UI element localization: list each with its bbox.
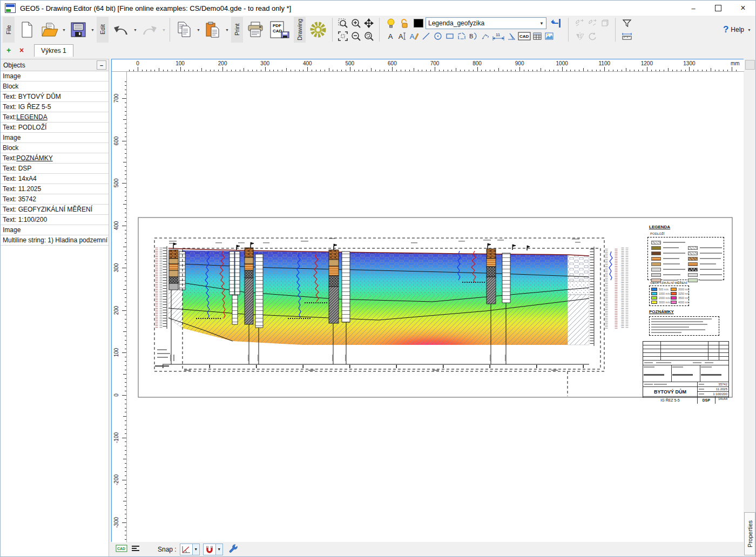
rectangle-tool[interactable]	[444, 31, 456, 42]
snap-object-combo[interactable]: ▼	[203, 544, 223, 555]
zoom-extents-button[interactable]	[336, 30, 349, 43]
unlock-button[interactable]	[397, 17, 410, 30]
polyline-edit-tool[interactable]	[480, 31, 491, 42]
rotate-button[interactable]	[586, 30, 599, 43]
layer-combo-arrow[interactable]: ▼	[539, 21, 546, 26]
objects-list-item[interactable]: Text: IG ŘEZ 5-5	[1, 102, 109, 112]
image-tool[interactable]	[543, 31, 555, 42]
objects-list-item[interactable]: Image	[1, 133, 109, 143]
paste-format-button[interactable]	[586, 17, 599, 30]
paste-button[interactable]	[201, 17, 224, 43]
open-file-button[interactable]	[38, 17, 61, 43]
edit-menu-label[interactable]: Edit	[97, 17, 109, 43]
text-tool[interactable]: A	[384, 31, 396, 42]
text-style-tool[interactable]: A	[408, 31, 420, 42]
redo-button[interactable]	[138, 17, 161, 43]
objects-list-item[interactable]: Text: 35742	[1, 194, 109, 205]
h-ruler-label: 1200	[641, 60, 653, 66]
ruler-corner-button[interactable]	[745, 60, 755, 70]
velocity-swatch	[671, 301, 677, 304]
layer-color-swatch[interactable]	[414, 19, 423, 28]
objects-list-item[interactable]: Image	[1, 71, 109, 81]
redo-dropdown[interactable]: ▼	[161, 18, 167, 42]
open-dropdown[interactable]: ▼	[61, 18, 67, 42]
pan-button[interactable]	[362, 17, 375, 30]
paste-dropdown[interactable]: ▼	[224, 18, 230, 42]
copy-dropdown[interactable]: ▼	[195, 18, 201, 42]
copy-format-icon	[575, 19, 585, 28]
measure-button[interactable]	[620, 30, 633, 43]
export-pdf-cad-button[interactable]: PDF CAD	[267, 17, 293, 43]
print-menu-label[interactable]: Print	[231, 17, 243, 43]
properties-tab[interactable]: Properties	[744, 512, 755, 555]
line-style-button[interactable]	[131, 545, 140, 554]
snap-object-dropdown[interactable]: ▼	[215, 544, 222, 555]
table-tool[interactable]	[531, 31, 543, 42]
objects-panel: Objects – ImageBlockText: BYTOVÝ DŮMText…	[1, 59, 109, 556]
layer-combo[interactable]: Legenda_geofyzika ▼	[426, 17, 546, 29]
objects-list-item[interactable]: Text: LEGENDA	[1, 112, 109, 123]
snap-angle-combo[interactable]: ▼	[180, 544, 200, 555]
objects-list-item[interactable]: Text: 11.2025	[1, 184, 109, 194]
undo-dropdown[interactable]: ▼	[132, 18, 138, 42]
remove-sheet-button[interactable]: ×	[16, 45, 28, 56]
text-edit-label: A	[399, 32, 403, 40]
snap-label: Snap :	[158, 546, 177, 553]
objects-list-item[interactable]: Multiline string: 1) Hladina podzemní	[1, 235, 109, 246]
objects-list-item[interactable]: Text: PODLOŽÍ	[1, 123, 109, 133]
objects-list-item[interactable]: Text: POZNÁMKY	[1, 153, 109, 164]
mirror-button[interactable]	[573, 30, 586, 43]
objects-list-item[interactable]: Text: BYTOVÝ DŮM	[1, 92, 109, 102]
zoom-previous-button[interactable]	[362, 30, 375, 43]
help-dropdown[interactable]: ▼	[746, 24, 752, 35]
circle-icon	[434, 32, 442, 40]
snap-settings-button[interactable]	[228, 544, 238, 555]
minimize-button[interactable]: –	[681, 1, 706, 16]
subsoil-swatch	[688, 257, 698, 261]
filter-button[interactable]	[620, 17, 633, 30]
copy-format-button[interactable]	[573, 17, 586, 30]
new-file-button[interactable]	[16, 17, 38, 43]
zoom-out-button[interactable]	[349, 30, 362, 43]
duplicate-button[interactable]	[599, 17, 612, 30]
zoom-in-button[interactable]	[349, 17, 362, 30]
line-tool[interactable]	[420, 31, 432, 42]
circle-tool[interactable]	[432, 31, 444, 42]
cad-mode-button[interactable]: CAD	[116, 545, 127, 554]
close-button[interactable]: ×	[731, 1, 755, 16]
objects-list-item[interactable]: Text: 14xA4	[1, 174, 109, 184]
h-ruler-label: 300	[260, 60, 269, 66]
drawing-settings-button[interactable]	[307, 17, 329, 43]
objects-panel-minimize-button[interactable]: –	[97, 60, 106, 70]
print-button[interactable]	[244, 17, 267, 43]
tab-vykres-1[interactable]: Výkres 1	[34, 44, 73, 57]
objects-list-item[interactable]: Text: DSP	[1, 164, 109, 174]
objects-list-item[interactable]: Text: 1:100/200	[1, 215, 109, 225]
polygon-tool[interactable]	[456, 31, 468, 42]
line-style-icon	[131, 545, 140, 552]
cad-import-tool[interactable]: CAD	[517, 31, 531, 42]
objects-list-item[interactable]: Block	[1, 143, 109, 153]
spline-tool[interactable]: B	[468, 31, 480, 42]
objects-list-item[interactable]: Image	[1, 225, 109, 235]
save-dropdown[interactable]: ▼	[90, 18, 96, 42]
zoom-window-button[interactable]	[336, 17, 349, 30]
add-sheet-button[interactable]: +	[3, 45, 15, 56]
drawing-menu-label[interactable]: Drawing	[294, 17, 306, 43]
visibility-bulb-button[interactable]	[384, 17, 397, 30]
text-edit-tool[interactable]: A	[396, 31, 408, 42]
objects-list-item[interactable]: Block	[1, 81, 109, 92]
help-button[interactable]: ? Help ▼	[723, 24, 752, 35]
angle-dimension-tool[interactable]	[505, 31, 517, 42]
save-button[interactable]	[67, 17, 90, 43]
undo-button[interactable]	[110, 17, 132, 43]
copy-button[interactable]	[173, 17, 195, 43]
zoom-in-icon	[351, 18, 361, 28]
objects-list-item[interactable]: Text: GEOFYZIKÁLNÍ MĚŘENÍ	[1, 205, 109, 215]
snap-angle-dropdown[interactable]: ▼	[192, 544, 199, 555]
dimension-tool[interactable]: 11	[491, 31, 505, 42]
file-menu-label[interactable]: File	[3, 17, 15, 43]
drawing-canvas[interactable]: LEGENDA PODLOŽÍ GEOFYZIKÁLNÍ MĚŘENÍ 500 …	[111, 59, 745, 543]
maximize-button[interactable]	[706, 1, 731, 16]
assign-layer-button[interactable]	[550, 17, 563, 30]
